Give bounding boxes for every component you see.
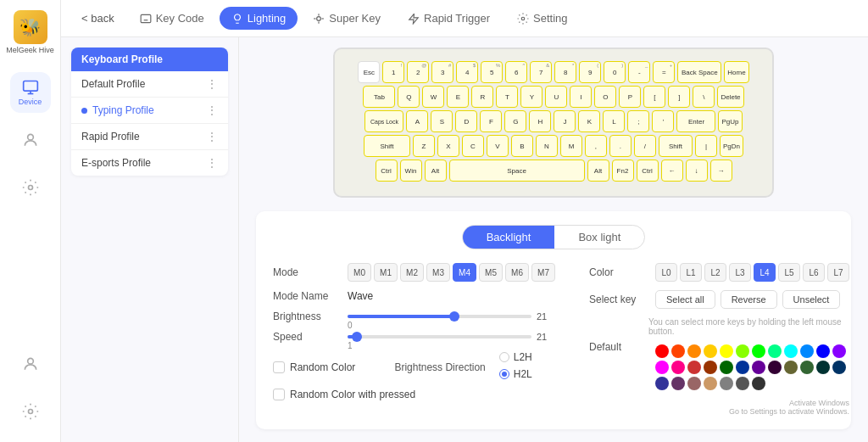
sidebar-item-profile[interactable] <box>10 120 51 160</box>
key-h[interactable]: H <box>529 110 551 132</box>
color-swatch-3[interactable] <box>704 344 717 358</box>
color-swatch-27[interactable] <box>704 377 717 390</box>
key-period[interactable]: . <box>609 135 632 157</box>
color-btn-l2[interactable]: L2 <box>704 263 726 282</box>
key-backslash[interactable]: \ <box>693 86 715 108</box>
key-7[interactable]: &7 <box>530 61 552 83</box>
key-rctrl[interactable]: Ctrl <box>637 159 659 182</box>
key-delete[interactable]: Delete <box>717 86 743 108</box>
color-swatch-16[interactable] <box>720 361 733 374</box>
radio-l2h-circle[interactable] <box>499 352 509 362</box>
color-swatch-21[interactable] <box>800 361 814 374</box>
key-backspace[interactable]: Back Space <box>677 61 721 83</box>
color-swatch-9[interactable] <box>800 344 814 358</box>
key-5[interactable]: %5 <box>481 61 503 83</box>
key-fn2[interactable]: Fn2 <box>612 159 634 182</box>
tab-superkey[interactable]: Super Key <box>301 7 392 30</box>
key-9[interactable]: (9 <box>579 61 601 83</box>
color-btn-l6[interactable]: L6 <box>803 263 825 282</box>
key-rshift[interactable]: Shift <box>659 135 693 157</box>
color-swatch-13[interactable] <box>671 361 685 374</box>
color-swatch-10[interactable] <box>816 344 830 358</box>
profile-menu-esports[interactable]: ⋮ <box>206 156 218 170</box>
key-o[interactable]: O <box>594 86 616 108</box>
checkbox-random-color-box[interactable] <box>273 361 285 373</box>
color-swatch-22[interactable] <box>816 361 830 374</box>
color-swatch-19[interactable] <box>768 361 782 374</box>
reverse-button[interactable]: Reverse <box>721 290 777 309</box>
color-swatch-4[interactable] <box>720 344 733 358</box>
key-t[interactable]: T <box>496 86 518 108</box>
key-f[interactable]: F <box>480 110 502 132</box>
key-d[interactable]: D <box>455 110 477 132</box>
color-swatch-30[interactable] <box>752 377 765 390</box>
mode-btn-m5[interactable]: M5 <box>479 263 503 282</box>
key-down[interactable]: ↓ <box>686 159 708 182</box>
color-swatch-11[interactable] <box>832 344 846 358</box>
key-esc[interactable]: Esc <box>358 61 380 83</box>
color-swatch-18[interactable] <box>752 361 765 374</box>
key-space[interactable]: Space <box>449 159 585 182</box>
radio-h2l-circle[interactable] <box>499 369 509 379</box>
color-btn-l1[interactable]: L1 <box>680 263 702 282</box>
profile-item-default[interactable]: Default Profile ⋮ <box>71 71 228 98</box>
key-rbracket[interactable]: ] <box>668 86 690 108</box>
key-home[interactable]: Home <box>724 61 748 83</box>
profile-item-rapid[interactable]: Rapid Profile ⋮ <box>71 124 228 150</box>
profile-menu-default[interactable]: ⋮ <box>206 77 218 91</box>
color-btn-l0[interactable]: L0 <box>655 263 677 282</box>
key-lctrl[interactable]: Ctrl <box>376 159 398 182</box>
key-equals[interactable]: += <box>653 61 675 83</box>
color-btn-l7[interactable]: L7 <box>827 263 849 282</box>
color-btn-l4[interactable]: L4 <box>754 263 776 282</box>
key-x[interactable]: X <box>437 135 459 157</box>
key-left[interactable]: ← <box>661 159 683 182</box>
color-swatch-23[interactable] <box>832 361 846 374</box>
key-m[interactable]: M <box>560 135 582 157</box>
key-j[interactable]: J <box>554 110 576 132</box>
mode-btn-m6[interactable]: M6 <box>505 263 529 282</box>
key-lshift[interactable]: Shift <box>364 135 410 157</box>
key-minus[interactable]: _- <box>628 61 650 83</box>
key-6[interactable]: ^6 <box>505 61 527 83</box>
color-swatch-17[interactable] <box>736 361 749 374</box>
key-g[interactable]: G <box>504 110 526 132</box>
toggle-boxlight[interactable]: Box light <box>554 226 644 249</box>
speed-track[interactable]: 1 <box>348 335 531 338</box>
key-k[interactable]: K <box>578 110 600 132</box>
color-swatch-6[interactable] <box>752 344 765 358</box>
back-button[interactable]: < back <box>81 12 114 25</box>
sidebar-item-user[interactable] <box>10 344 51 384</box>
color-btn-l3[interactable]: L3 <box>729 263 751 282</box>
key-tab[interactable]: Tab <box>363 86 395 108</box>
select-all-button[interactable]: Select all <box>655 290 715 309</box>
color-swatch-15[interactable] <box>704 361 717 374</box>
sidebar-item-settings[interactable] <box>10 167 51 208</box>
color-swatch-29[interactable] <box>736 377 749 390</box>
tab-rapidtrigger[interactable]: Rapid Trigger <box>396 7 502 30</box>
color-swatch-24[interactable] <box>655 377 669 390</box>
key-lbracket[interactable]: [ <box>643 86 665 108</box>
color-swatch-1[interactable] <box>671 344 685 358</box>
key-l[interactable]: L <box>603 110 625 132</box>
checkbox-pressed-box[interactable] <box>273 389 285 400</box>
key-b[interactable]: B <box>511 135 533 157</box>
color-swatch-5[interactable] <box>736 344 749 358</box>
key-w[interactable]: W <box>422 86 444 108</box>
key-0[interactable]: )0 <box>604 61 626 83</box>
profile-menu-rapid[interactable]: ⋮ <box>206 130 218 143</box>
mode-btn-m3[interactable]: M3 <box>426 263 450 282</box>
color-swatch-8[interactable] <box>784 344 798 358</box>
profile-item-esports[interactable]: E-sports Profile ⋮ <box>71 150 228 176</box>
key-capslock[interactable]: Caps Lock <box>364 110 403 132</box>
color-swatch-14[interactable] <box>687 361 701 374</box>
tab-keycode[interactable]: Key Code <box>128 7 216 30</box>
key-r[interactable]: R <box>471 86 493 108</box>
key-comma[interactable]: , <box>585 135 607 157</box>
color-swatch-7[interactable] <box>768 344 782 358</box>
tab-setting[interactable]: Setting <box>505 7 579 30</box>
key-pipe[interactable]: | <box>695 135 717 157</box>
color-swatch-0[interactable] <box>655 344 669 358</box>
color-swatch-2[interactable] <box>687 344 701 358</box>
color-swatch-20[interactable] <box>784 361 798 374</box>
